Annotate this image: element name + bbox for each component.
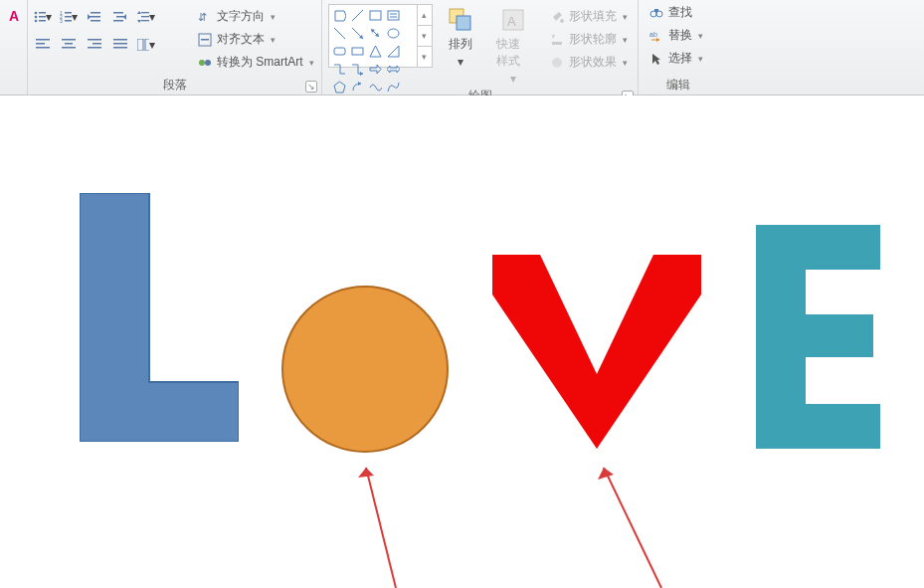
- convert-smartart-button[interactable]: 转换为 SmartArt▾: [193, 52, 318, 73]
- align-center-icon[interactable]: [60, 36, 78, 54]
- svg-line-84: [366, 468, 396, 588]
- shape-thumb[interactable]: [332, 8, 346, 22]
- align-left-icon[interactable]: [34, 36, 52, 54]
- replace-button[interactable]: ab 替换▾: [645, 25, 707, 46]
- align-right-icon[interactable]: [86, 36, 103, 54]
- shape-thumb[interactable]: [386, 8, 400, 22]
- svg-rect-47: [388, 11, 399, 20]
- shape-thumb[interactable]: [386, 44, 400, 58]
- svg-line-50: [334, 28, 345, 39]
- svg-point-2: [35, 16, 38, 19]
- select-button[interactable]: 选择▾: [645, 48, 707, 69]
- svg-marker-23: [137, 11, 141, 14]
- slide-canvas[interactable]: [0, 96, 924, 588]
- svg-marker-59: [370, 46, 381, 57]
- svg-rect-27: [36, 47, 50, 49]
- shape-outline-button[interactable]: 形状轮廓▾: [545, 29, 632, 50]
- svg-text:ab: ab: [649, 31, 657, 38]
- shape-thumb[interactable]: [332, 26, 346, 40]
- svg-point-4: [35, 20, 38, 23]
- svg-rect-20: [141, 12, 149, 13]
- svg-rect-5: [39, 20, 46, 22]
- shape-outline-label: 形状轮廓: [569, 31, 617, 48]
- cursor-icon: [648, 51, 664, 67]
- svg-rect-3: [39, 16, 46, 18]
- shape-effects-button[interactable]: 形状效果▾: [545, 52, 632, 73]
- svg-marker-61: [360, 72, 363, 76]
- dialog-launcher-paragraph[interactable]: ↘: [305, 81, 317, 93]
- shape-thumb[interactable]: [386, 26, 400, 40]
- paragraph-top-row: ▾ 123▾ ▾: [34, 8, 183, 26]
- shape-thumb[interactable]: [332, 44, 346, 58]
- svg-point-74: [552, 58, 562, 68]
- effects-icon: [549, 55, 565, 71]
- shape-thumb[interactable]: [368, 44, 382, 58]
- line-spacing-icon[interactable]: ▾: [137, 8, 155, 26]
- increase-indent-icon[interactable]: [111, 8, 129, 26]
- replace-label: 替换: [668, 27, 692, 44]
- pencil-icon: [549, 32, 565, 48]
- svg-marker-65: [358, 82, 361, 86]
- smartart-icon: [197, 55, 213, 71]
- svg-rect-35: [113, 43, 127, 45]
- svg-rect-16: [113, 12, 123, 14]
- svg-text:A: A: [507, 14, 516, 29]
- align-text-button[interactable]: 对齐文本▾: [193, 29, 318, 50]
- shapes-gallery[interactable]: ▴▾▾: [328, 4, 433, 68]
- align-text-label: 对齐文本: [217, 31, 265, 48]
- group-label-paragraph: 段落: [163, 78, 187, 92]
- decrease-indent-icon[interactable]: [86, 8, 103, 26]
- shape-thumb[interactable]: [386, 62, 400, 76]
- numbering-icon[interactable]: 123▾: [60, 8, 78, 26]
- gallery-scroll[interactable]: ▴▾▾: [417, 5, 432, 67]
- shape-thumb[interactable]: [332, 62, 346, 76]
- svg-rect-25: [36, 39, 50, 41]
- svg-rect-58: [352, 48, 363, 55]
- shape-thumb[interactable]: [350, 8, 364, 22]
- svg-rect-34: [113, 39, 127, 41]
- svg-rect-7: [65, 12, 72, 14]
- bullets-icon[interactable]: ▾: [34, 8, 52, 26]
- svg-text:⇵: ⇵: [198, 11, 207, 23]
- svg-rect-32: [92, 43, 101, 45]
- shape-effects-label: 形状效果: [569, 54, 617, 71]
- columns-icon[interactable]: ▾: [137, 36, 155, 54]
- svg-rect-30: [62, 47, 76, 49]
- shape-thumb[interactable]: [368, 26, 382, 40]
- arrange-label: 排列: [449, 36, 472, 53]
- annotation-arrow: [592, 456, 671, 588]
- shape-letter-e[interactable]: [756, 225, 880, 449]
- text-direction-button[interactable]: ⇵ 文字方向▾: [193, 6, 318, 27]
- shape-letter-l[interactable]: [80, 193, 239, 442]
- convert-smartart-label: 转换为 SmartArt: [217, 54, 303, 71]
- shape-thumb[interactable]: [350, 26, 364, 40]
- svg-rect-22: [141, 20, 149, 21]
- svg-rect-18: [113, 20, 123, 22]
- svg-rect-37: [137, 39, 143, 51]
- group-label-editing: 编辑: [666, 78, 690, 92]
- svg-marker-81: [80, 193, 239, 442]
- shape-thumb[interactable]: [350, 44, 364, 58]
- justify-icon[interactable]: [111, 36, 129, 54]
- svg-rect-12: [91, 12, 100, 14]
- shape-letter-v[interactable]: [492, 255, 701, 449]
- font-color-icon[interactable]: A: [6, 8, 22, 24]
- find-button[interactable]: 查找: [645, 2, 707, 23]
- svg-marker-79: [656, 38, 659, 42]
- quick-styles-button[interactable]: A 快速样式▾: [488, 4, 539, 88]
- svg-marker-80: [652, 54, 660, 65]
- shape-thumb[interactable]: [368, 8, 382, 22]
- svg-point-0: [35, 12, 38, 15]
- arrange-button[interactable]: 排列▾: [439, 4, 482, 71]
- svg-line-45: [352, 10, 363, 21]
- svg-point-56: [388, 29, 399, 38]
- svg-rect-21: [141, 16, 149, 17]
- arrange-icon: [447, 6, 474, 34]
- shape-fill-button[interactable]: 形状填充▾: [545, 6, 632, 27]
- shape-letter-o[interactable]: [280, 285, 450, 454]
- svg-marker-73: [552, 35, 555, 39]
- shape-thumb[interactable]: [368, 62, 382, 76]
- select-label: 选择: [668, 50, 692, 67]
- svg-text:3: 3: [60, 18, 63, 23]
- shape-thumb[interactable]: [350, 62, 364, 76]
